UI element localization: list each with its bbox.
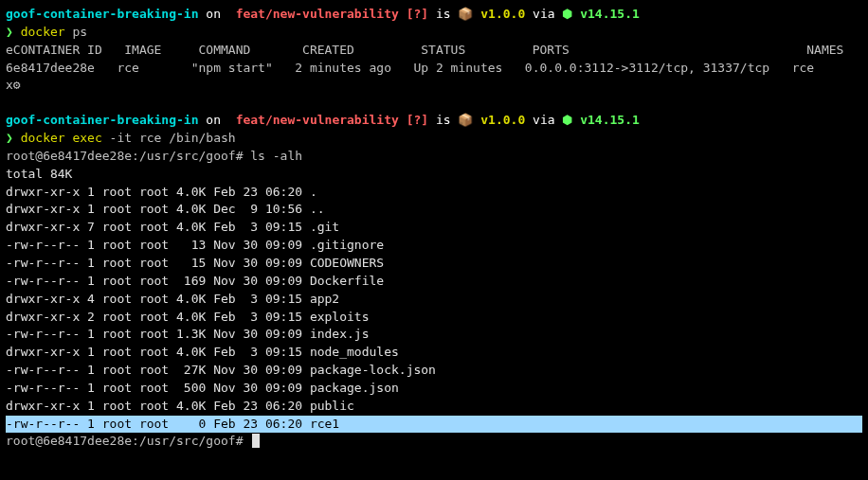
- ls-row: drwxr-xr-x 2 root root 4.0K Feb 3 09:15 …: [6, 309, 862, 327]
- package-icon: 📦: [458, 7, 480, 21]
- ls-command: ls -alh: [250, 149, 302, 163]
- branch-name: feat/new-vulnerability: [228, 113, 399, 127]
- ls-row: drwxr-xr-x 1 root root 4.0K Feb 3 09:15 …: [6, 344, 862, 362]
- node-icon: ⬢: [562, 7, 580, 21]
- docker-args: ps: [65, 25, 87, 39]
- prompt-context-2: goof-container-breaking-in on feat/new-v…: [6, 112, 862, 130]
- ls-row: drwxr-xr-x 1 root root 4.0K Dec 9 10:56 …: [6, 201, 862, 219]
- package-version: v1.0.0: [480, 7, 525, 21]
- node-version: v14.15.1: [580, 113, 640, 127]
- ls-row: -rw-r--r-- 1 root root 13 Nov 30 09:09 .…: [6, 237, 862, 255]
- ls-row: -rw-r--r-- 1 root root 1.3K Nov 30 09:09…: [6, 326, 862, 344]
- ls-row: -rw-r--r-- 1 root root 169 Nov 30 09:09 …: [6, 273, 862, 291]
- via-text: via: [525, 113, 562, 127]
- ps-x: x⚙: [6, 77, 862, 95]
- on-text: on: [199, 113, 228, 127]
- is-text: is: [428, 7, 458, 21]
- docker-cmd: docker: [21, 131, 65, 145]
- git-status: [?]: [399, 7, 428, 21]
- prompt-context-1: goof-container-breaking-in on feat/new-v…: [6, 6, 862, 24]
- ls-row: drwxr-xr-x 1 root root 4.0K Feb 23 06:20…: [6, 184, 862, 202]
- ls-row: -rw-r--r-- 1 root root 500 Nov 30 09:09 …: [6, 380, 862, 398]
- prompt-symbol: ❯: [6, 25, 21, 39]
- prompt-symbol: ❯: [6, 131, 21, 145]
- ps-header: eCONTAINER ID IMAGE COMMAND CREATED STAT…: [6, 42, 862, 60]
- is-text: is: [428, 113, 458, 127]
- container-prompt-2[interactable]: root@6e8417dee28e:/usr/src/goof#: [6, 433, 862, 451]
- ps-row: 6e8417dee28e rce "npm start" 2 minutes a…: [6, 60, 862, 78]
- ls-row: drwxr-xr-x 7 root root 4.0K Feb 3 09:15 …: [6, 219, 862, 237]
- ls-row: -rw-r--r-- 1 root root 15 Nov 30 09:09 C…: [6, 255, 862, 273]
- node-version: v14.15.1: [580, 7, 640, 21]
- ls-row: drwxr-xr-x 4 root root 4.0K Feb 3 09:15 …: [6, 291, 862, 309]
- shell-prompt: root@6e8417dee28e:/usr/src/goof#: [6, 434, 250, 448]
- command-line-1[interactable]: ❯ docker ps: [6, 24, 862, 42]
- package-icon: 📦: [458, 113, 480, 127]
- on-text: on: [199, 7, 228, 21]
- repo-name: goof-container-breaking-in: [6, 7, 199, 21]
- container-prompt-1: root@6e8417dee28e:/usr/src/goof# ls -alh: [6, 148, 862, 166]
- ls-row: drwxr-xr-x 1 root root 4.0K Feb 23 06:20…: [6, 398, 862, 416]
- repo-name: goof-container-breaking-in: [6, 113, 199, 127]
- via-text: via: [525, 7, 562, 21]
- ls-row-highlighted: -rw-r--r-- 1 root root 0 Feb 23 06:20 rc…: [6, 416, 862, 434]
- ls-row: -rw-r--r-- 1 root root 27K Nov 30 09:09 …: [6, 362, 862, 380]
- command-line-2[interactable]: ❯ docker exec -it rce /bin/bash: [6, 130, 862, 148]
- cursor: [252, 434, 260, 448]
- exec-cmd: exec: [65, 131, 102, 145]
- package-version: v1.0.0: [480, 113, 525, 127]
- branch-name: feat/new-vulnerability: [228, 7, 399, 21]
- node-icon: ⬢: [562, 113, 580, 127]
- ls-total: total 84K: [6, 166, 862, 184]
- docker-cmd: docker: [21, 25, 65, 39]
- git-status: [?]: [399, 113, 428, 127]
- exec-args: -it rce /bin/bash: [102, 131, 236, 145]
- shell-prompt: root@6e8417dee28e:/usr/src/goof#: [6, 149, 250, 163]
